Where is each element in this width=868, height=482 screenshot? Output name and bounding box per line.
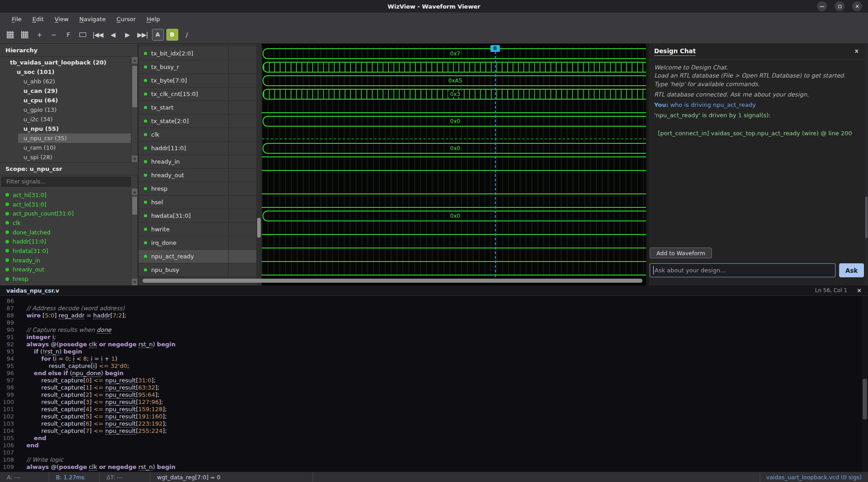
wave-row-clk[interactable] <box>262 128 646 142</box>
tree-item-u_cpu[interactable]: u_cpu (64) <box>0 96 131 105</box>
wave-row-hready_out[interactable] <box>262 169 646 182</box>
wave-row-haddr[interactable]: 0x0 <box>262 142 646 155</box>
zoom-fit-icon[interactable]: F <box>62 29 74 41</box>
menu-view[interactable]: View <box>49 14 74 24</box>
wave-name-row-hsel[interactable]: hsel <box>139 196 257 209</box>
wave-row-hready_in[interactable] <box>262 155 646 169</box>
tree-item-u_i2c[interactable]: u_i2c (34) <box>0 115 131 124</box>
scroll-up-icon[interactable]: ▲ <box>132 188 138 195</box>
wave-name-row-npu_act_ready[interactable]: npu_act_ready <box>139 250 257 263</box>
wave-row-tx_state[interactable]: 0x0 <box>262 115 646 128</box>
wave-name-row-tx_bit_idx[interactable]: tx_bit_idx[2:0] <box>139 47 257 60</box>
signal-item-act_hi[interactable]: act_hi[31:0] <box>0 190 131 200</box>
tree-item-u_ahb[interactable]: u_ahb (62) <box>0 77 131 86</box>
tree-item-u_npu_csr[interactable]: u_npu_csr (35) <box>0 133 131 143</box>
add-to-waveform-button[interactable]: Add to Waveform <box>650 248 712 258</box>
editor-close-icon[interactable]: ✕ <box>857 287 862 294</box>
wave-name-row-clk[interactable]: clk <box>139 128 257 142</box>
tree-item-u_spi[interactable]: u_spi (28) <box>0 152 131 162</box>
scroll-up-icon[interactable]: ▲ <box>132 57 138 64</box>
zoom-out-icon[interactable]: − <box>48 29 60 41</box>
menu-navigate[interactable]: Navigate <box>74 14 111 24</box>
tree-item-u_npu[interactable]: u_npu (55) <box>0 124 131 133</box>
wave-name-row-irq_done[interactable]: irq_done <box>139 236 257 250</box>
signal-item-hresp[interactable]: hresp <box>0 274 131 284</box>
wave-horizontal-scrollbar[interactable] <box>138 278 646 283</box>
hierarchy-scrollbar[interactable]: ▲ ▼ <box>131 57 138 162</box>
wave-name-row-tx_clk_cnt[interactable]: tx_clk_cnt[15:0] <box>139 87 257 101</box>
wave-row-tx_clk_cnt[interactable]: 0x3 <box>262 87 646 101</box>
wave-name-row-tx_byte[interactable]: tx_byte[7:0] <box>139 74 257 87</box>
editor-scrollbar[interactable] <box>862 296 868 472</box>
wave-row-tx_start[interactable] <box>262 101 646 115</box>
wave-name-row-tx_state[interactable]: tx_state[2:0] <box>139 115 257 128</box>
wave-row-hsel[interactable] <box>262 196 646 209</box>
wave-name-row-hresp[interactable]: hresp <box>139 182 257 196</box>
scrollbar-thumb[interactable] <box>865 197 868 238</box>
cursor-b-marker[interactable]: B <box>490 45 500 52</box>
signal-item-clk[interactable]: clk <box>0 218 131 228</box>
scrollbar-thumb[interactable] <box>863 379 867 419</box>
wave-row-hwrite[interactable] <box>262 223 646 236</box>
jump-end-icon[interactable]: ▶▶| <box>136 29 149 41</box>
scrollbar-thumb[interactable] <box>132 197 137 215</box>
wave-row-hwdata[interactable]: 0x0 <box>262 209 646 223</box>
wave-name-row-haddr[interactable]: haddr[11:0] <box>139 142 257 155</box>
zoom-in-icon[interactable]: + <box>33 29 45 41</box>
tree-item-u_gpio[interactable]: u_gpio (13) <box>0 105 131 115</box>
minimize-button[interactable]: — <box>817 1 827 11</box>
code-editor[interactable]: 8687 // Address decode (word address)88 … <box>0 296 868 472</box>
scrollbar-thumb[interactable] <box>143 279 642 283</box>
wave-vertical-scrollbar[interactable] <box>256 44 262 285</box>
close-button[interactable]: ✕ <box>852 1 862 11</box>
scrollbar-thumb[interactable] <box>132 66 137 107</box>
scroll-down-icon[interactable]: ▼ <box>132 156 138 162</box>
signal-item-hready_in[interactable]: hready_in <box>0 256 131 265</box>
wave-row-hresp[interactable] <box>262 182 646 196</box>
menu-file[interactable]: File <box>6 14 27 24</box>
signal-item-act_push_count[interactable]: act_push_count[31:0] <box>0 209 131 218</box>
marker-a-button[interactable]: A <box>152 29 164 41</box>
wave-row-npu_busy[interactable] <box>262 263 646 277</box>
tree-item-u_ram[interactable]: u_ram (10) <box>0 143 131 152</box>
wave-row-tx_byte[interactable]: 0xA5 <box>262 74 646 87</box>
signal-item-hrdata[interactable]: hrdata[31:0] <box>0 246 131 256</box>
pattern-dense-icon[interactable] <box>5 29 16 41</box>
right-scrollbar[interactable] <box>865 44 868 285</box>
marker-b-button[interactable]: B <box>166 29 178 41</box>
waveform-canvas[interactable]: 0x70xA50x30x00x00x0 B <box>262 44 646 285</box>
cursor-b-line[interactable] <box>495 47 496 277</box>
wave-name-row-npu_busy[interactable]: npu_busy <box>139 263 257 277</box>
wave-name-row-hwdata[interactable]: hwdata[31:0] <box>139 209 257 223</box>
ask-button[interactable]: Ask <box>839 263 864 277</box>
signal-item-done_latched[interactable]: done_latched <box>0 228 131 237</box>
scrollbar-thumb[interactable] <box>257 218 261 238</box>
tree-item-tb_vaidas_uart_loopback[interactable]: tb_vaidas_uart_loopback (20) <box>0 58 131 67</box>
tree-item-u_soc[interactable]: u_soc (101) <box>0 67 131 77</box>
slash-icon[interactable]: / <box>181 29 193 41</box>
next-edge-icon[interactable]: ▶ <box>121 29 133 41</box>
wave-row-tx_bit_idx[interactable]: 0x7 <box>262 47 646 60</box>
menu-edit[interactable]: Edit <box>27 14 49 24</box>
wave-row-irq_done[interactable] <box>262 236 646 250</box>
maximize-button[interactable] <box>835 1 845 11</box>
menu-help[interactable]: Help <box>141 14 166 24</box>
menu-cursor[interactable]: Cursor <box>111 14 141 24</box>
wave-row-npu_act_ready[interactable] <box>262 250 646 263</box>
signals-scrollbar[interactable]: ▲ ▼ <box>131 188 138 285</box>
wave-name-row-tx_start[interactable]: tx_start <box>139 101 257 115</box>
jump-start-icon[interactable]: |◀◀ <box>91 29 104 41</box>
scroll-down-icon[interactable]: ▼ <box>132 279 138 285</box>
filter-signals-input[interactable] <box>1 177 131 187</box>
wave-name-row-hready_in[interactable]: hready_in <box>139 155 257 169</box>
zoom-window-icon[interactable] <box>77 29 88 41</box>
prev-edge-icon[interactable]: ◀ <box>107 29 119 41</box>
wave-name-row-tx_busy_r[interactable]: tx_busy_r <box>139 60 257 74</box>
wave-row-tx_busy_r[interactable] <box>262 60 646 74</box>
chat-input[interactable] <box>650 263 836 277</box>
chat-close-icon[interactable]: x <box>855 47 859 54</box>
pattern-sparse-icon[interactable] <box>19 29 31 41</box>
tree-item-u_can[interactable]: u_can (29) <box>0 86 131 96</box>
wave-name-row-hready_out[interactable]: hready_out <box>139 169 257 182</box>
signal-item-hready_out[interactable]: hready_out <box>0 265 131 275</box>
